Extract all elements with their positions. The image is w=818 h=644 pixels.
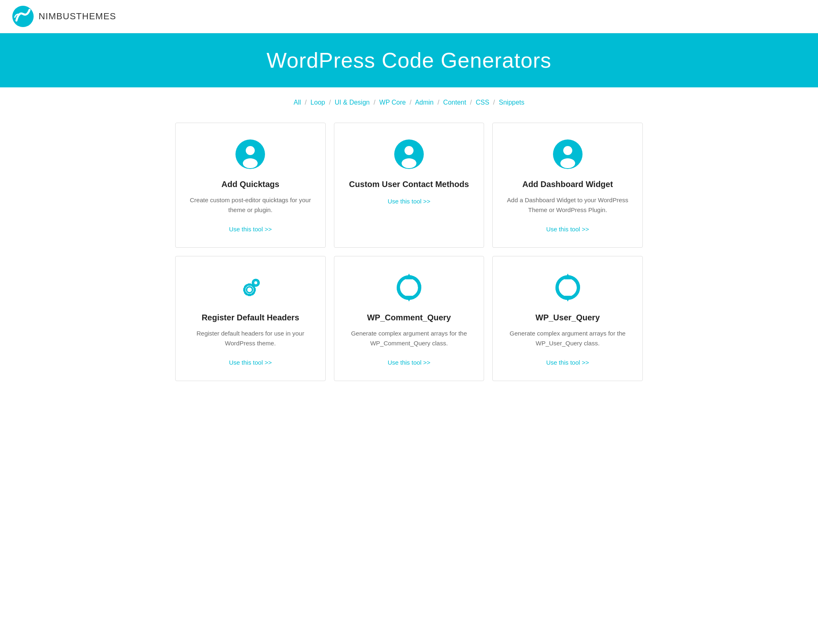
sep-7: /: [493, 99, 495, 106]
hero-title: WordPress Code Generators: [8, 48, 810, 73]
svg-point-8: [563, 146, 572, 155]
card-link-add-dashboard-widget[interactable]: Use this tool >>: [546, 226, 589, 233]
hero-banner: WordPress Code Generators: [0, 33, 818, 87]
card-description-add-dashboard-widget: Add a Dashboard Widget to your WordPress…: [505, 195, 630, 215]
card-wp-user-query: WP_User_Query Generate complex argument …: [492, 256, 643, 381]
breadcrumb-loop[interactable]: Loop: [311, 99, 325, 106]
logo-suffix: THEMES: [76, 11, 117, 21]
svg-point-5: [404, 146, 414, 155]
svg-point-9: [560, 158, 575, 168]
logo-text: NIMBUSTHEMES: [39, 11, 116, 22]
card-icon-register-default-headers: [235, 273, 265, 302]
sep-3: /: [374, 99, 375, 106]
card-title-add-quicktags: Add Quicktags: [188, 179, 313, 190]
sep-4: /: [410, 99, 411, 106]
breadcrumb-admin[interactable]: Admin: [415, 99, 434, 106]
cards-grid: Add Quicktags Create custom post-editor …: [163, 123, 655, 381]
card-custom-user-contact: Custom User Contact Methods Use this too…: [334, 123, 484, 248]
card-title-wp-comment-query: WP_Comment_Query: [347, 312, 472, 323]
card-title-register-default-headers: Register Default Headers: [188, 312, 313, 323]
sep-5: /: [437, 99, 439, 106]
breadcrumb-all[interactable]: All: [294, 99, 301, 106]
svg-point-6: [402, 158, 416, 168]
breadcrumb-nav: All / Loop / UI & Design / WP Core / Adm…: [0, 87, 818, 110]
card-title-custom-user-contact: Custom User Contact Methods: [347, 179, 472, 190]
card-title-wp-user-query: WP_User_Query: [505, 312, 630, 323]
svg-point-25: [254, 281, 257, 284]
breadcrumb-content[interactable]: Content: [443, 99, 466, 106]
breadcrumb-snippets[interactable]: Snippets: [499, 99, 524, 106]
sep-6: /: [470, 99, 472, 106]
card-add-dashboard-widget: Add Dashboard Widget Add a Dashboard Wid…: [492, 123, 643, 248]
card-description-wp-comment-query: Generate complex argument arrays for the…: [347, 329, 472, 348]
logo-icon: [12, 6, 34, 27]
breadcrumb-wp-core[interactable]: WP Core: [379, 99, 406, 106]
card-icon-wp-user-query: [553, 273, 583, 302]
card-icon-add-dashboard-widget: [553, 139, 583, 169]
top-bar: NIMBUSTHEMES: [0, 0, 818, 33]
card-link-add-quicktags[interactable]: Use this tool >>: [229, 226, 272, 233]
card-icon-custom-user-contact: [394, 139, 424, 169]
card-icon-wp-comment-query: [394, 273, 424, 302]
card-wp-comment-query: WP_Comment_Query Generate complex argume…: [334, 256, 484, 381]
card-description-add-quicktags: Create custom post-editor quicktags for …: [188, 195, 313, 215]
svg-point-21: [247, 288, 252, 292]
card-description-wp-user-query: Generate complex argument arrays for the…: [505, 329, 630, 348]
card-description-register-default-headers: Register default headers for use in your…: [188, 329, 313, 348]
card-link-register-default-headers[interactable]: Use this tool >>: [229, 359, 272, 366]
logo-brand: NIMBUS: [39, 11, 76, 21]
breadcrumb-css[interactable]: CSS: [476, 99, 489, 106]
card-register-default-headers: Register Default Headers Register defaul…: [175, 256, 326, 381]
card-add-quicktags: Add Quicktags Create custom post-editor …: [175, 123, 326, 248]
breadcrumb-ui-design[interactable]: UI & Design: [335, 99, 370, 106]
card-link-custom-user-contact[interactable]: Use this tool >>: [388, 198, 430, 205]
sep-1: /: [305, 99, 306, 106]
sep-2: /: [329, 99, 331, 106]
card-icon-add-quicktags: [235, 139, 265, 169]
svg-point-2: [246, 146, 255, 155]
svg-point-3: [243, 158, 258, 168]
card-title-add-dashboard-widget: Add Dashboard Widget: [505, 179, 630, 190]
card-link-wp-user-query[interactable]: Use this tool >>: [546, 359, 589, 366]
card-link-wp-comment-query[interactable]: Use this tool >>: [388, 359, 430, 366]
